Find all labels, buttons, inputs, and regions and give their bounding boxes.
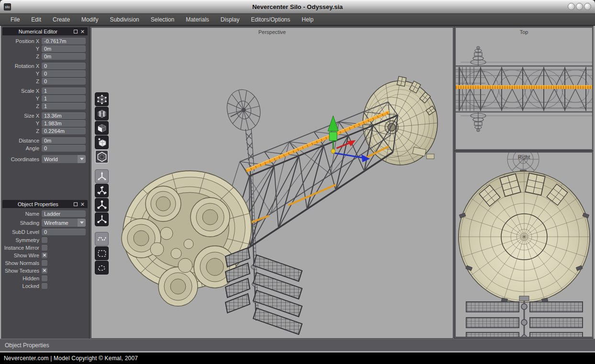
rotation-z-field[interactable]: 0 bbox=[42, 78, 86, 85]
scale-tool-icon bbox=[96, 199, 108, 211]
position-y-field[interactable]: 0m bbox=[42, 45, 86, 52]
subd-level-field[interactable]: 0 bbox=[42, 229, 86, 235]
panel-minimize-icon[interactable] bbox=[74, 202, 78, 206]
solar-panels[interactable] bbox=[225, 248, 302, 334]
hidden-checkbox[interactable] bbox=[42, 276, 47, 281]
panel-close-icon[interactable]: ✕ bbox=[80, 30, 85, 33]
field-label: Shading bbox=[1, 220, 42, 226]
window-button-maximize[interactable] bbox=[576, 3, 583, 10]
move-tool-icon bbox=[96, 171, 108, 182]
menu-subdivision[interactable]: Subdivision bbox=[104, 14, 145, 25]
scale-y-field[interactable]: 1 bbox=[42, 95, 86, 102]
field-label: Y bbox=[1, 96, 42, 101]
chevron-down-icon bbox=[78, 155, 86, 163]
field-label: Coordinates bbox=[1, 156, 42, 162]
perspective-viewport[interactable]: Perspective bbox=[91, 27, 453, 339]
symmetry-checkbox[interactable] bbox=[42, 237, 47, 243]
position-x-field[interactable]: -0.7617m bbox=[42, 38, 86, 44]
panel-close-icon[interactable]: ✕ bbox=[80, 202, 85, 206]
show-textures-checkbox[interactable]: ✕ bbox=[42, 268, 47, 274]
menu-selection[interactable]: Selection bbox=[145, 14, 180, 25]
menu-materials[interactable]: Materials bbox=[180, 14, 215, 25]
copyright-text: Nevercenter.com | Model Copyright © Kema… bbox=[4, 355, 138, 362]
select-edge-icon bbox=[96, 108, 108, 120]
select-object-button[interactable] bbox=[95, 135, 109, 149]
show-normals-checkbox[interactable] bbox=[42, 260, 47, 266]
move-tool-button[interactable] bbox=[95, 169, 109, 183]
dish-antenna[interactable] bbox=[223, 86, 265, 171]
field-label: Z bbox=[1, 128, 42, 134]
copyright-bar: Nevercenter.com | Model Copyright © Kema… bbox=[0, 353, 595, 364]
size-z-field[interactable]: 0.2264m bbox=[42, 128, 86, 134]
object-properties-header[interactable]: Object Properties ✕ bbox=[2, 200, 88, 208]
field-label: Z bbox=[1, 54, 42, 59]
menu-editors-options[interactable]: Editors/Options bbox=[245, 14, 296, 25]
numerical-editor-title: Numerical Editor bbox=[2, 29, 74, 34]
menu-display[interactable]: Display bbox=[215, 14, 245, 25]
menu-modify[interactable]: Modify bbox=[76, 14, 104, 25]
coordinates-value: World bbox=[42, 156, 78, 162]
distance-field[interactable]: 0m bbox=[42, 137, 86, 144]
solar-array-right[interactable] bbox=[466, 296, 583, 337]
habitat-sphere[interactable] bbox=[363, 77, 438, 165]
right-scene bbox=[456, 153, 593, 337]
right-viewport[interactable]: Right bbox=[455, 152, 593, 337]
menu-edit[interactable]: Edit bbox=[25, 14, 47, 25]
panel-minimize-icon[interactable] bbox=[74, 30, 78, 33]
checkbox-label: Show Textures bbox=[1, 268, 42, 274]
field-label: Rotation X bbox=[1, 63, 42, 69]
ladder-top[interactable] bbox=[456, 86, 593, 87]
habitat-sphere-right[interactable] bbox=[459, 171, 590, 302]
field-label: Distance bbox=[1, 138, 42, 143]
field-label: Y bbox=[1, 46, 42, 52]
rectangle-select-button[interactable] bbox=[95, 246, 109, 260]
size-x-field[interactable]: 13.36m bbox=[42, 112, 86, 119]
select-multi-button[interactable] bbox=[95, 150, 109, 164]
angle-field[interactable]: 0 bbox=[42, 145, 86, 152]
locked-checkbox[interactable] bbox=[42, 283, 47, 289]
scale-z-field[interactable]: 1 bbox=[42, 103, 86, 110]
size-y-field[interactable]: 1.983m bbox=[42, 120, 86, 127]
scale-x-field[interactable]: 1 bbox=[42, 88, 86, 94]
rotate-tool-button[interactable] bbox=[95, 184, 109, 198]
select-edge-button[interactable] bbox=[95, 107, 109, 121]
coordinates-dropdown[interactable]: World bbox=[42, 155, 86, 163]
field-label: Y bbox=[1, 71, 42, 77]
rotation-y-field[interactable]: 0 bbox=[42, 70, 86, 77]
select-object-icon bbox=[96, 137, 108, 148]
lasso-select-icon bbox=[96, 262, 108, 274]
position-z-field[interactable]: 0m bbox=[42, 53, 86, 60]
menu-file[interactable]: File bbox=[5, 14, 25, 25]
scale-tool-button[interactable] bbox=[95, 198, 109, 212]
instance-mirror-checkbox[interactable] bbox=[42, 245, 47, 251]
menu-bar: File Edit Create Modify Subdivision Sele… bbox=[0, 13, 595, 26]
menu-help[interactable]: Help bbox=[296, 14, 319, 25]
lasso-select-button[interactable] bbox=[95, 261, 109, 275]
object-properties-title: Object Properties bbox=[2, 201, 74, 207]
right-label: Right bbox=[456, 154, 592, 160]
tweak-tool-icon bbox=[96, 233, 108, 245]
shading-dropdown[interactable]: Wireframe bbox=[42, 219, 86, 227]
select-face-button[interactable] bbox=[95, 121, 109, 135]
tweak-tool-button[interactable] bbox=[95, 232, 109, 246]
checkbox-label: Show Normals bbox=[1, 260, 42, 266]
show-wire-checkbox[interactable]: ✕ bbox=[42, 253, 47, 258]
field-label: Position X bbox=[1, 38, 42, 44]
universal-manipulator-button[interactable] bbox=[95, 212, 109, 226]
rotation-x-field[interactable]: 0 bbox=[42, 63, 86, 69]
select-face-icon bbox=[96, 122, 108, 134]
window-button-minimize[interactable] bbox=[568, 3, 575, 10]
numerical-editor-header[interactable]: Numerical Editor ✕ bbox=[2, 27, 88, 35]
top-viewport[interactable]: Top bbox=[455, 27, 593, 150]
window-button-close[interactable] bbox=[584, 3, 591, 10]
select-vertex-button[interactable] bbox=[95, 92, 109, 106]
shading-value: Wireframe bbox=[42, 220, 78, 226]
perspective-label: Perspective bbox=[91, 29, 453, 35]
top-scene bbox=[456, 28, 593, 150]
menu-create[interactable]: Create bbox=[47, 14, 76, 25]
status-text: Object Properties bbox=[5, 342, 49, 349]
field-label: Z bbox=[1, 103, 42, 109]
title-bar[interactable]: silo Nevercenter Silo - Odyssey.sia bbox=[0, 0, 595, 13]
object-name-field[interactable]: Ladder bbox=[42, 210, 86, 217]
field-label: Size X bbox=[1, 113, 42, 119]
